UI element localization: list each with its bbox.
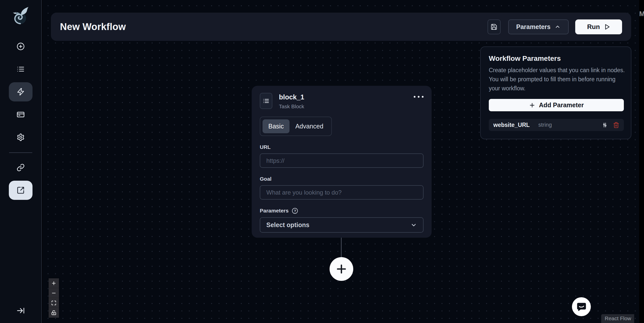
fit-view-button[interactable] bbox=[49, 298, 59, 308]
plus-icon bbox=[335, 262, 348, 276]
block-header: block_1 Task Block bbox=[260, 93, 424, 110]
trash-icon[interactable] bbox=[613, 122, 619, 128]
parameters-select[interactable]: Select options bbox=[260, 217, 424, 233]
sidebar-item-billing[interactable] bbox=[9, 105, 33, 124]
parameters-label: Parameters ? bbox=[260, 208, 424, 214]
edge-connector bbox=[341, 238, 342, 258]
sidebar-item-workflows[interactable] bbox=[9, 82, 33, 101]
chevron-up-icon bbox=[555, 24, 561, 30]
block-type: Task Block bbox=[279, 103, 304, 110]
parameter-name: website_URL bbox=[493, 122, 530, 128]
workflow-header-bar: New Workflow Parameters Run bbox=[51, 13, 631, 41]
arrow-right-to-line-icon bbox=[16, 306, 25, 315]
clipped-text: M bbox=[639, 10, 644, 18]
credit-card-icon bbox=[17, 111, 25, 119]
parameter-row[interactable]: website_URL string bbox=[489, 119, 624, 131]
help-icon[interactable]: ? bbox=[292, 208, 298, 214]
tab-advanced[interactable]: Advanced bbox=[289, 119, 329, 133]
link-icon bbox=[17, 164, 25, 172]
list-icon bbox=[263, 98, 269, 104]
plus-circle-icon bbox=[17, 42, 25, 50]
lock-button[interactable] bbox=[49, 308, 59, 318]
right-edge-strip: M bbox=[639, 0, 644, 323]
panel-description: Create placeholder values that you can l… bbox=[489, 66, 625, 93]
run-button[interactable]: Run bbox=[575, 19, 622, 34]
parameter-actions bbox=[602, 122, 619, 128]
panel-title: Workflow Parameters bbox=[489, 55, 623, 63]
workflow-canvas[interactable]: New Workflow Parameters Run block_1 Task… bbox=[42, 0, 639, 323]
sidebar-item-create[interactable] bbox=[9, 37, 33, 56]
block-icon-tile bbox=[260, 93, 272, 109]
chat-bubble-icon bbox=[576, 302, 587, 312]
block-menu-button[interactable] bbox=[414, 93, 424, 98]
parameters-button-label: Parameters bbox=[516, 23, 551, 31]
block-titles: block_1 Task Block bbox=[279, 93, 304, 110]
task-block-node[interactable]: block_1 Task Block Basic Advanced URL Go… bbox=[252, 86, 432, 238]
add-block-node-button[interactable] bbox=[330, 257, 353, 281]
add-parameter-button[interactable]: Add Parameter bbox=[489, 99, 624, 111]
zoom-in-button[interactable] bbox=[49, 278, 59, 288]
page-title: New Workflow bbox=[60, 21, 126, 32]
tab-basic[interactable]: Basic bbox=[263, 119, 289, 133]
chat-launcher-button[interactable] bbox=[572, 297, 591, 316]
add-parameter-label: Add Parameter bbox=[539, 101, 584, 109]
block-tabs: Basic Advanced bbox=[260, 117, 332, 136]
sidebar-divider bbox=[9, 152, 32, 153]
url-label: URL bbox=[260, 144, 424, 150]
parameter-type: string bbox=[538, 122, 552, 128]
list-icon bbox=[17, 65, 25, 73]
url-input[interactable] bbox=[260, 153, 424, 168]
run-button-label: Run bbox=[587, 23, 600, 31]
lightning-icon bbox=[17, 88, 25, 96]
goal-input[interactable] bbox=[260, 185, 424, 200]
unlock-icon bbox=[51, 310, 56, 315]
sidebar-item-settings[interactable] bbox=[9, 128, 33, 147]
plus-icon bbox=[51, 281, 56, 286]
sidebar-collapse-button[interactable] bbox=[16, 306, 25, 316]
fit-view-icon bbox=[51, 300, 56, 306]
gear-icon bbox=[17, 133, 25, 141]
external-link-icon bbox=[17, 186, 25, 194]
workflow-parameters-panel: Workflow Parameters Create placeholder v… bbox=[480, 46, 631, 139]
save-button[interactable] bbox=[488, 19, 501, 34]
sidebar-nav bbox=[0, 37, 41, 203]
react-flow-attribution[interactable]: React Flow bbox=[601, 314, 634, 323]
skyvern-dragon-logo bbox=[10, 5, 31, 26]
chevron-down-icon bbox=[410, 222, 417, 228]
select-placeholder: Select options bbox=[266, 221, 309, 229]
goal-label: Goal bbox=[260, 176, 424, 182]
sidebar-item-share[interactable] bbox=[9, 181, 33, 200]
block-name: block_1 bbox=[279, 93, 304, 101]
zoom-out-button[interactable] bbox=[49, 288, 59, 298]
sliders-icon[interactable] bbox=[602, 122, 608, 128]
save-icon bbox=[491, 23, 497, 30]
minus-icon bbox=[51, 290, 56, 296]
plus-icon bbox=[529, 102, 535, 109]
sidebar-item-integrations[interactable] bbox=[9, 158, 33, 177]
sidebar-item-runs[interactable] bbox=[9, 60, 33, 79]
ellipsis-icon bbox=[414, 96, 415, 98]
play-icon bbox=[604, 24, 610, 30]
canvas-controls bbox=[49, 278, 59, 318]
header-actions: Parameters Run bbox=[488, 19, 622, 34]
parameters-toggle-button[interactable]: Parameters bbox=[508, 19, 569, 34]
sidebar bbox=[0, 0, 42, 323]
